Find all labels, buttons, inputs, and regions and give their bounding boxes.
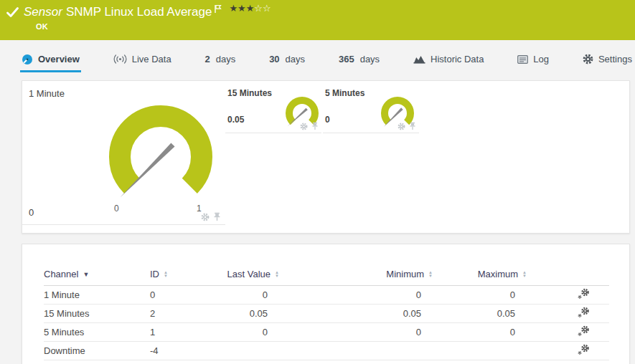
tab-label: days bbox=[360, 54, 380, 64]
priority-stars-filled: ★★★ bbox=[229, 3, 254, 14]
sensor-status-header: Sensor SNMP Linux Load Average ★★★☆☆ OK bbox=[0, 0, 635, 40]
gauge-actions bbox=[201, 212, 221, 221]
tab-label: Log bbox=[533, 54, 549, 64]
tab-label: days bbox=[286, 54, 305, 64]
pin-icon[interactable] bbox=[409, 122, 416, 130]
channel-name[interactable]: 5 Minutes bbox=[44, 323, 150, 342]
tab-number: 365 bbox=[339, 54, 354, 64]
live-icon bbox=[113, 54, 127, 64]
column-header-settings bbox=[527, 262, 609, 286]
channel-maximum: 0 bbox=[433, 323, 527, 342]
sensor-title-row: Sensor SNMP Linux Load Average ★★★☆☆ bbox=[6, 5, 271, 21]
channel-last-value: 0.05 bbox=[214, 305, 279, 323]
tab-365-days[interactable]: 365 days bbox=[337, 48, 381, 72]
channel-settings-gear-icon[interactable] bbox=[398, 123, 405, 130]
channel-name[interactable]: Downtime bbox=[44, 342, 150, 360]
sort-icon: ▲▼ bbox=[522, 271, 527, 278]
tab-number: 2 bbox=[205, 54, 210, 64]
tab-label: Settings bbox=[598, 54, 632, 64]
tab-label: Historic Data bbox=[431, 54, 484, 64]
column-header-maximum[interactable]: Maximum▲▼ bbox=[433, 262, 527, 286]
gauge-scale-min: 0 bbox=[114, 203, 119, 214]
sort-desc-icon: ▼ bbox=[83, 271, 89, 278]
gauge-cell-5-minutes: 5 Minutes 0 bbox=[323, 81, 419, 133]
sensor-type-label: Sensor bbox=[24, 5, 62, 19]
channel-settings-gear-icon[interactable] bbox=[300, 123, 308, 130]
tab-label: days bbox=[216, 54, 235, 64]
tab-label: Overview bbox=[38, 54, 80, 64]
pin-icon[interactable] bbox=[311, 122, 319, 130]
gauge-current-value: 0.05 bbox=[227, 115, 244, 125]
channel-maximum: 0.05 bbox=[433, 305, 527, 323]
gauge-current-value: 0 bbox=[29, 207, 34, 218]
column-header-last-value[interactable]: Last Value▲▼ bbox=[214, 262, 279, 286]
tab-2-days[interactable]: 2 days bbox=[204, 48, 237, 72]
channel-maximum: 0 bbox=[433, 286, 527, 305]
column-header-id[interactable]: ID▲▼ bbox=[150, 262, 214, 286]
tab-30-days[interactable]: 30 days bbox=[268, 48, 306, 72]
channel-id: 0 bbox=[150, 286, 214, 305]
channel-settings-gears-icon[interactable] bbox=[577, 325, 590, 337]
status-ok-check-icon bbox=[6, 7, 19, 21]
priority-stars[interactable]: ★★★☆☆ bbox=[229, 4, 271, 14]
channel-last-value: 0 bbox=[214, 323, 279, 342]
tab-number: 30 bbox=[269, 54, 279, 64]
priority-stars-empty: ☆☆ bbox=[254, 3, 271, 14]
table-header-row: Channel▼ ID▲▼ Last Value▲▼ Minimum▲▼ Max… bbox=[44, 262, 609, 286]
channel-id: 2 bbox=[150, 305, 214, 323]
sort-icon: ▲▼ bbox=[428, 271, 433, 278]
gauge-actions bbox=[398, 122, 416, 130]
sort-icon: ▲▼ bbox=[275, 271, 279, 278]
channel-minimum bbox=[279, 342, 433, 360]
gauge-cell-15-minutes: 15 Minutes 0.05 bbox=[225, 81, 321, 133]
channel-id: -4 bbox=[150, 342, 214, 360]
tab-label: Live Data bbox=[132, 54, 171, 64]
channel-minimum: 0 bbox=[279, 286, 433, 305]
gauge-icon bbox=[22, 54, 33, 65]
page-title: SNMP Linux Load Average bbox=[66, 5, 212, 19]
gauge-dial-1-minute bbox=[103, 100, 218, 214]
gauge-title: 1 Minute bbox=[29, 88, 65, 99]
channel-minimum: 0.05 bbox=[279, 305, 433, 323]
pin-icon[interactable] bbox=[213, 212, 221, 221]
tab-historic-data[interactable]: Historic Data bbox=[412, 48, 485, 72]
gear-icon bbox=[583, 54, 593, 64]
channels-table-panel: Channel▼ ID▲▼ Last Value▲▼ Minimum▲▼ Max… bbox=[22, 244, 630, 364]
tab-settings[interactable]: Settings bbox=[581, 48, 634, 72]
flag-icon[interactable] bbox=[214, 4, 222, 16]
tab-overview[interactable]: Overview bbox=[20, 48, 81, 72]
channel-last-value bbox=[214, 342, 279, 360]
tab-live-data[interactable]: Live Data bbox=[112, 48, 173, 72]
table-row: 15 Minutes 2 0.05 0.05 0.05 bbox=[44, 305, 609, 323]
gauge-title: 15 Minutes bbox=[227, 88, 272, 98]
gauge-cell-1-minute: 1 Minute 0 1 0 bbox=[22, 81, 225, 225]
log-icon bbox=[517, 55, 528, 64]
overview-gauges-panel: 1 Minute 0 1 0 15 Minutes 0.05 bbox=[22, 80, 630, 234]
table-row: Downtime -4 bbox=[44, 342, 609, 360]
sort-icon: ▲▼ bbox=[164, 271, 168, 278]
gauge-title: 5 Minutes bbox=[325, 88, 364, 98]
gauge-actions bbox=[300, 122, 319, 130]
table-row: 5 Minutes 1 0 0 0 bbox=[44, 323, 609, 342]
channel-settings-gear-icon[interactable] bbox=[201, 213, 210, 221]
channel-name[interactable]: 1 Minute bbox=[44, 286, 150, 305]
table-row: 1 Minute 0 0 0 0 bbox=[44, 286, 609, 305]
channel-maximum bbox=[433, 342, 527, 360]
channel-minimum: 0 bbox=[279, 323, 433, 342]
channel-settings-gears-icon[interactable] bbox=[577, 307, 590, 318]
channel-name[interactable]: 15 Minutes bbox=[44, 305, 150, 323]
tab-bar: Overview Live Data 2 days 30 days 365 da… bbox=[0, 40, 635, 73]
channel-settings-gears-icon[interactable] bbox=[577, 344, 590, 355]
column-header-minimum[interactable]: Minimum▲▼ bbox=[279, 262, 433, 286]
channel-id: 1 bbox=[150, 323, 214, 342]
status-badge: OK bbox=[36, 22, 48, 31]
channels-table: Channel▼ ID▲▼ Last Value▲▼ Minimum▲▼ Max… bbox=[44, 262, 609, 360]
area-chart-icon bbox=[413, 54, 425, 64]
gauge-current-value: 0 bbox=[325, 115, 330, 125]
column-header-channel[interactable]: Channel▼ bbox=[44, 262, 150, 286]
tab-log[interactable]: Log bbox=[516, 48, 550, 72]
channel-settings-gears-icon[interactable] bbox=[577, 288, 590, 300]
channel-last-value: 0 bbox=[214, 286, 279, 305]
